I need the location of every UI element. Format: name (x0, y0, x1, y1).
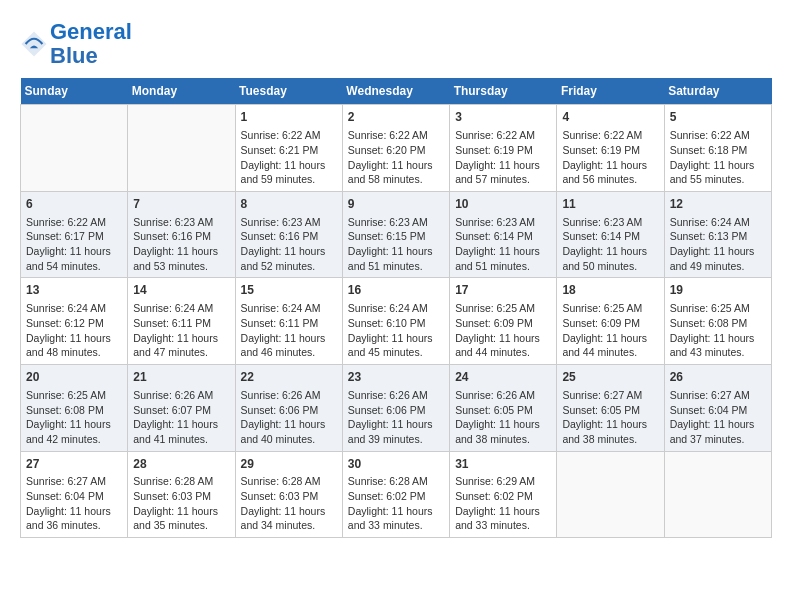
day-number: 10 (455, 196, 551, 213)
day-number: 5 (670, 109, 766, 126)
day-info: Sunrise: 6:23 AM Sunset: 6:14 PM Dayligh… (562, 215, 658, 274)
calendar-cell (21, 105, 128, 192)
day-number: 3 (455, 109, 551, 126)
calendar-cell: 16Sunrise: 6:24 AM Sunset: 6:10 PM Dayli… (342, 278, 449, 365)
day-info: Sunrise: 6:25 AM Sunset: 6:09 PM Dayligh… (455, 301, 551, 360)
calendar-cell: 6Sunrise: 6:22 AM Sunset: 6:17 PM Daylig… (21, 191, 128, 278)
calendar-cell: 4Sunrise: 6:22 AM Sunset: 6:19 PM Daylig… (557, 105, 664, 192)
day-number: 6 (26, 196, 122, 213)
weekday-header-saturday: Saturday (664, 78, 771, 105)
day-info: Sunrise: 6:22 AM Sunset: 6:21 PM Dayligh… (241, 128, 337, 187)
day-info: Sunrise: 6:23 AM Sunset: 6:14 PM Dayligh… (455, 215, 551, 274)
day-info: Sunrise: 6:29 AM Sunset: 6:02 PM Dayligh… (455, 474, 551, 533)
page-header: General Blue (20, 20, 772, 68)
calendar-cell: 30Sunrise: 6:28 AM Sunset: 6:02 PM Dayli… (342, 451, 449, 538)
day-number: 24 (455, 369, 551, 386)
calendar-cell: 21Sunrise: 6:26 AM Sunset: 6:07 PM Dayli… (128, 365, 235, 452)
day-number: 31 (455, 456, 551, 473)
calendar-cell: 27Sunrise: 6:27 AM Sunset: 6:04 PM Dayli… (21, 451, 128, 538)
calendar-cell: 15Sunrise: 6:24 AM Sunset: 6:11 PM Dayli… (235, 278, 342, 365)
calendar-week-3: 13Sunrise: 6:24 AM Sunset: 6:12 PM Dayli… (21, 278, 772, 365)
day-info: Sunrise: 6:25 AM Sunset: 6:08 PM Dayligh… (670, 301, 766, 360)
day-info: Sunrise: 6:24 AM Sunset: 6:11 PM Dayligh… (241, 301, 337, 360)
calendar-week-4: 20Sunrise: 6:25 AM Sunset: 6:08 PM Dayli… (21, 365, 772, 452)
day-number: 16 (348, 282, 444, 299)
calendar-cell: 14Sunrise: 6:24 AM Sunset: 6:11 PM Dayli… (128, 278, 235, 365)
calendar-cell: 18Sunrise: 6:25 AM Sunset: 6:09 PM Dayli… (557, 278, 664, 365)
calendar-cell: 19Sunrise: 6:25 AM Sunset: 6:08 PM Dayli… (664, 278, 771, 365)
day-number: 25 (562, 369, 658, 386)
calendar-cell: 2Sunrise: 6:22 AM Sunset: 6:20 PM Daylig… (342, 105, 449, 192)
calendar-cell: 9Sunrise: 6:23 AM Sunset: 6:15 PM Daylig… (342, 191, 449, 278)
day-number: 1 (241, 109, 337, 126)
day-info: Sunrise: 6:22 AM Sunset: 6:20 PM Dayligh… (348, 128, 444, 187)
day-info: Sunrise: 6:26 AM Sunset: 6:06 PM Dayligh… (241, 388, 337, 447)
calendar-cell: 26Sunrise: 6:27 AM Sunset: 6:04 PM Dayli… (664, 365, 771, 452)
day-info: Sunrise: 6:25 AM Sunset: 6:09 PM Dayligh… (562, 301, 658, 360)
calendar-week-5: 27Sunrise: 6:27 AM Sunset: 6:04 PM Dayli… (21, 451, 772, 538)
day-info: Sunrise: 6:24 AM Sunset: 6:10 PM Dayligh… (348, 301, 444, 360)
weekday-header-wednesday: Wednesday (342, 78, 449, 105)
day-number: 18 (562, 282, 658, 299)
day-info: Sunrise: 6:27 AM Sunset: 6:05 PM Dayligh… (562, 388, 658, 447)
calendar-table: SundayMondayTuesdayWednesdayThursdayFrid… (20, 78, 772, 538)
day-number: 26 (670, 369, 766, 386)
day-info: Sunrise: 6:24 AM Sunset: 6:12 PM Dayligh… (26, 301, 122, 360)
weekday-header-tuesday: Tuesday (235, 78, 342, 105)
day-info: Sunrise: 6:22 AM Sunset: 6:19 PM Dayligh… (562, 128, 658, 187)
svg-marker-0 (21, 32, 46, 57)
calendar-cell: 24Sunrise: 6:26 AM Sunset: 6:05 PM Dayli… (450, 365, 557, 452)
day-number: 29 (241, 456, 337, 473)
day-number: 17 (455, 282, 551, 299)
logo-icon (20, 30, 48, 58)
day-number: 30 (348, 456, 444, 473)
day-number: 8 (241, 196, 337, 213)
calendar-cell: 7Sunrise: 6:23 AM Sunset: 6:16 PM Daylig… (128, 191, 235, 278)
weekday-header-monday: Monday (128, 78, 235, 105)
calendar-cell (557, 451, 664, 538)
calendar-cell: 8Sunrise: 6:23 AM Sunset: 6:16 PM Daylig… (235, 191, 342, 278)
day-info: Sunrise: 6:27 AM Sunset: 6:04 PM Dayligh… (670, 388, 766, 447)
logo-text: General Blue (50, 20, 132, 68)
day-number: 11 (562, 196, 658, 213)
day-number: 2 (348, 109, 444, 126)
day-info: Sunrise: 6:27 AM Sunset: 6:04 PM Dayligh… (26, 474, 122, 533)
day-number: 22 (241, 369, 337, 386)
calendar-cell: 31Sunrise: 6:29 AM Sunset: 6:02 PM Dayli… (450, 451, 557, 538)
day-number: 20 (26, 369, 122, 386)
day-number: 15 (241, 282, 337, 299)
calendar-cell: 11Sunrise: 6:23 AM Sunset: 6:14 PM Dayli… (557, 191, 664, 278)
calendar-cell (128, 105, 235, 192)
day-number: 28 (133, 456, 229, 473)
day-info: Sunrise: 6:28 AM Sunset: 6:03 PM Dayligh… (241, 474, 337, 533)
day-info: Sunrise: 6:28 AM Sunset: 6:02 PM Dayligh… (348, 474, 444, 533)
day-number: 13 (26, 282, 122, 299)
day-number: 4 (562, 109, 658, 126)
day-number: 27 (26, 456, 122, 473)
day-info: Sunrise: 6:23 AM Sunset: 6:15 PM Dayligh… (348, 215, 444, 274)
calendar-cell: 5Sunrise: 6:22 AM Sunset: 6:18 PM Daylig… (664, 105, 771, 192)
day-info: Sunrise: 6:22 AM Sunset: 6:19 PM Dayligh… (455, 128, 551, 187)
calendar-header-row: SundayMondayTuesdayWednesdayThursdayFrid… (21, 78, 772, 105)
day-info: Sunrise: 6:28 AM Sunset: 6:03 PM Dayligh… (133, 474, 229, 533)
calendar-cell: 10Sunrise: 6:23 AM Sunset: 6:14 PM Dayli… (450, 191, 557, 278)
day-number: 23 (348, 369, 444, 386)
day-info: Sunrise: 6:23 AM Sunset: 6:16 PM Dayligh… (241, 215, 337, 274)
day-info: Sunrise: 6:24 AM Sunset: 6:11 PM Dayligh… (133, 301, 229, 360)
calendar-cell: 23Sunrise: 6:26 AM Sunset: 6:06 PM Dayli… (342, 365, 449, 452)
logo: General Blue (20, 20, 132, 68)
calendar-week-2: 6Sunrise: 6:22 AM Sunset: 6:17 PM Daylig… (21, 191, 772, 278)
day-number: 7 (133, 196, 229, 213)
calendar-week-1: 1Sunrise: 6:22 AM Sunset: 6:21 PM Daylig… (21, 105, 772, 192)
day-number: 14 (133, 282, 229, 299)
weekday-header-sunday: Sunday (21, 78, 128, 105)
calendar-cell: 22Sunrise: 6:26 AM Sunset: 6:06 PM Dayli… (235, 365, 342, 452)
weekday-header-friday: Friday (557, 78, 664, 105)
day-info: Sunrise: 6:25 AM Sunset: 6:08 PM Dayligh… (26, 388, 122, 447)
day-info: Sunrise: 6:26 AM Sunset: 6:05 PM Dayligh… (455, 388, 551, 447)
day-info: Sunrise: 6:24 AM Sunset: 6:13 PM Dayligh… (670, 215, 766, 274)
calendar-cell: 29Sunrise: 6:28 AM Sunset: 6:03 PM Dayli… (235, 451, 342, 538)
calendar-cell: 3Sunrise: 6:22 AM Sunset: 6:19 PM Daylig… (450, 105, 557, 192)
calendar-cell: 20Sunrise: 6:25 AM Sunset: 6:08 PM Dayli… (21, 365, 128, 452)
calendar-cell (664, 451, 771, 538)
